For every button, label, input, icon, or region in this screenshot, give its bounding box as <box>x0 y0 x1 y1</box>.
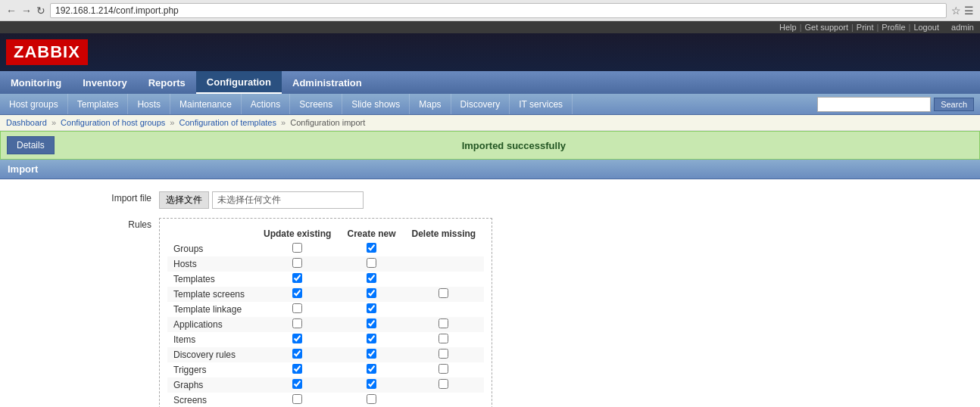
sep4: | <box>909 23 911 32</box>
delete-checkbox[interactable] <box>439 318 448 328</box>
rule-delete-cell <box>404 287 484 302</box>
forward-button[interactable]: → <box>21 5 32 17</box>
create-checkbox[interactable] <box>367 258 376 268</box>
rule-update-cell <box>255 287 339 302</box>
subnav-actions[interactable]: Actions <box>242 94 290 114</box>
rule-create-cell <box>339 317 403 332</box>
help-link[interactable]: Help <box>779 23 797 32</box>
update-checkbox[interactable] <box>292 379 302 389</box>
rule-update-cell <box>255 347 339 362</box>
logo[interactable]: ZABBIX <box>6 39 88 65</box>
subnav-discovery[interactable]: Discovery <box>451 94 510 114</box>
delete-checkbox[interactable] <box>439 334 448 343</box>
rule-update-cell <box>255 302 339 317</box>
delete-checkbox[interactable] <box>439 364 448 374</box>
content-area: Import file 选择文件 未选择任何文件 Rules Update ex… <box>0 179 980 407</box>
nav-configuration[interactable]: Configuration <box>196 71 282 94</box>
rule-delete-cell <box>404 272 484 287</box>
update-checkbox[interactable] <box>292 349 302 359</box>
rules-table: Update existing Create new Delete missin… <box>167 226 484 407</box>
table-row: Groups <box>167 241 484 256</box>
import-file-row: Import file 选择文件 未选择任何文件 <box>15 191 965 209</box>
refresh-button[interactable]: ↻ <box>36 5 45 17</box>
header: ZABBIX <box>0 33 980 71</box>
subnav-templates[interactable]: Templates <box>68 94 129 114</box>
rules-label: Rules <box>15 218 151 230</box>
nav-reports[interactable]: Reports <box>138 71 196 94</box>
delete-checkbox[interactable] <box>439 349 448 359</box>
col-delete-header: Delete missing <box>404 226 484 241</box>
subnav-maintenance[interactable]: Maintenance <box>170 94 242 114</box>
file-name-display: 未选择任何文件 <box>212 191 364 209</box>
table-row: Template screens <box>167 287 484 302</box>
update-checkbox[interactable] <box>292 243 302 253</box>
update-checkbox[interactable] <box>292 288 302 298</box>
table-row: Applications <box>167 317 484 332</box>
rule-name: Items <box>167 332 255 347</box>
table-row: Discovery rules <box>167 347 484 362</box>
breadcrumb-templates[interactable]: Configuration of templates <box>179 118 276 127</box>
create-checkbox[interactable] <box>367 273 376 283</box>
create-checkbox[interactable] <box>367 243 376 253</box>
update-checkbox[interactable] <box>292 364 302 374</box>
rule-create-cell <box>339 241 403 256</box>
subnav-screens[interactable]: Screens <box>290 94 342 114</box>
create-checkbox[interactable] <box>367 303 376 313</box>
search-input[interactable] <box>817 97 931 112</box>
details-tab[interactable]: Details <box>7 136 55 154</box>
table-row: Screens <box>167 393 484 407</box>
sep-bc2: » <box>170 118 174 127</box>
sep3: | <box>876 23 879 32</box>
subnav-host-groups[interactable]: Host groups <box>0 94 68 114</box>
breadcrumb-dashboard[interactable]: Dashboard <box>6 118 47 127</box>
update-checkbox[interactable] <box>292 318 302 328</box>
update-checkbox[interactable] <box>292 258 302 268</box>
rule-update-cell <box>255 362 339 377</box>
profile-link[interactable]: Profile <box>882 23 905 32</box>
breadcrumb-host-groups[interactable]: Configuration of host groups <box>61 118 165 127</box>
subnav-maps[interactable]: Maps <box>410 94 451 114</box>
rule-name: Template linkage <box>167 302 255 317</box>
update-checkbox[interactable] <box>292 303 302 313</box>
rule-name: Screens <box>167 393 255 407</box>
search-button[interactable]: Search <box>934 98 974 111</box>
sep2: | <box>851 23 854 32</box>
delete-checkbox[interactable] <box>439 288 448 298</box>
logout-link[interactable]: Logout <box>913 23 939 32</box>
nav-administration[interactable]: Administration <box>282 71 373 94</box>
print-link[interactable]: Print <box>857 23 874 32</box>
rule-name: Groups <box>167 241 255 256</box>
subnav-hosts[interactable]: Hosts <box>128 94 170 114</box>
update-checkbox[interactable] <box>292 394 302 404</box>
get-support-link[interactable]: Get support <box>805 23 848 32</box>
create-checkbox[interactable] <box>367 349 376 359</box>
back-button[interactable]: ← <box>6 5 17 17</box>
table-row: Items <box>167 332 484 347</box>
update-checkbox[interactable] <box>292 334 302 343</box>
table-row: Templates <box>167 272 484 287</box>
col-update-header: Update existing <box>255 226 339 241</box>
rule-name: Graphs <box>167 377 255 393</box>
address-bar[interactable]: 192.168.1.214/conf.import.php <box>50 3 947 18</box>
breadcrumb-current: Configuration import <box>290 118 365 127</box>
create-checkbox[interactable] <box>367 379 376 389</box>
update-checkbox[interactable] <box>292 273 302 283</box>
rule-delete-cell <box>404 256 484 272</box>
subnav-it-services[interactable]: IT services <box>510 94 573 114</box>
rule-create-cell <box>339 302 403 317</box>
delete-checkbox[interactable] <box>439 379 448 389</box>
file-input-area: 选择文件 未选择任何文件 <box>159 191 364 209</box>
rule-name: Template screens <box>167 287 255 302</box>
rule-create-cell <box>339 393 403 407</box>
create-checkbox[interactable] <box>367 318 376 328</box>
subnav-slide-shows[interactable]: Slide shows <box>342 94 410 114</box>
create-checkbox[interactable] <box>367 394 376 404</box>
nav-inventory[interactable]: Inventory <box>72 71 138 94</box>
nav-monitoring[interactable]: Monitoring <box>0 71 72 94</box>
section-header: Import <box>0 160 980 179</box>
create-checkbox[interactable] <box>367 288 376 298</box>
choose-file-button[interactable]: 选择文件 <box>159 191 209 209</box>
create-checkbox[interactable] <box>367 334 376 343</box>
breadcrumb: Dashboard » Configuration of host groups… <box>0 115 980 131</box>
create-checkbox[interactable] <box>367 364 376 374</box>
